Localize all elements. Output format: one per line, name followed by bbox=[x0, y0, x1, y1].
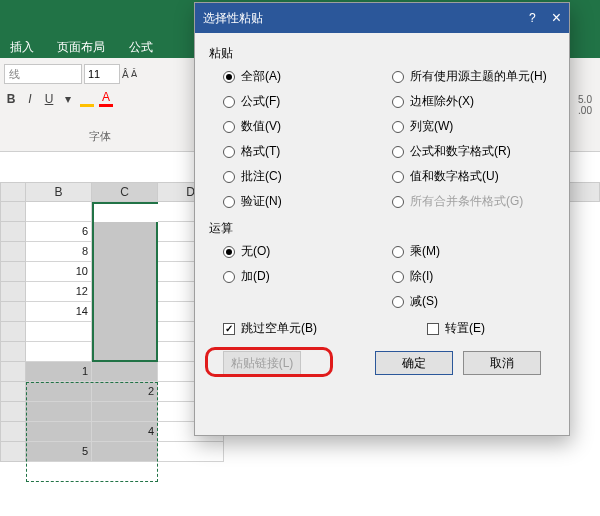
font-color-button[interactable]: A bbox=[99, 90, 113, 107]
paste-opt-value[interactable]: 数值(V) bbox=[223, 118, 386, 135]
cell[interactable] bbox=[92, 202, 158, 222]
cell[interactable]: 8 bbox=[26, 242, 92, 262]
cell[interactable] bbox=[26, 322, 92, 342]
select-all-corner[interactable] bbox=[0, 182, 26, 202]
cell[interactable]: 4 bbox=[92, 422, 158, 442]
paste-opt-val_fmt[interactable]: 值和数字格式(U) bbox=[392, 168, 555, 185]
radio-icon bbox=[392, 196, 404, 208]
row-header[interactable] bbox=[0, 342, 26, 362]
skip-blanks-checkbox[interactable] bbox=[223, 323, 235, 335]
italic-button[interactable]: I bbox=[23, 92, 37, 106]
cell[interactable]: 10 bbox=[26, 262, 92, 282]
transpose-label: 转置(E) bbox=[445, 320, 485, 337]
cancel-button[interactable]: 取消 bbox=[463, 351, 541, 375]
cell[interactable]: 6 bbox=[26, 222, 92, 242]
cell[interactable]: 12 bbox=[26, 282, 92, 302]
border-button[interactable]: ▾ bbox=[61, 92, 75, 106]
op-opt-none[interactable]: 无(O) bbox=[223, 243, 386, 260]
section-paste-label: 粘贴 bbox=[209, 45, 555, 62]
paste-opt-all[interactable]: 全部(A) bbox=[223, 68, 386, 85]
cell[interactable] bbox=[158, 442, 224, 462]
increase-font-icon[interactable]: Â bbox=[122, 69, 129, 80]
close-icon[interactable]: × bbox=[552, 9, 561, 27]
ok-button[interactable]: 确定 bbox=[375, 351, 453, 375]
op-opt-mul[interactable]: 乘(M) bbox=[392, 243, 555, 260]
section-op-label: 运算 bbox=[209, 220, 555, 237]
cell[interactable] bbox=[92, 402, 158, 422]
radio-icon bbox=[392, 296, 404, 308]
font-size-input[interactable] bbox=[84, 64, 120, 84]
cell[interactable]: 14 bbox=[26, 302, 92, 322]
font-name-input[interactable] bbox=[4, 64, 82, 84]
radio-icon bbox=[392, 96, 404, 108]
cell[interactable]: 2 bbox=[92, 262, 158, 282]
row-header[interactable] bbox=[0, 402, 26, 422]
col-header-c[interactable]: C bbox=[92, 182, 158, 202]
dialog-titlebar[interactable]: 选择性粘贴 ? × bbox=[195, 3, 569, 33]
bold-button[interactable]: B bbox=[4, 92, 18, 106]
row-header[interactable] bbox=[0, 202, 26, 222]
radio-icon bbox=[392, 171, 404, 183]
row-header[interactable] bbox=[0, 442, 26, 462]
row-header[interactable] bbox=[0, 222, 26, 242]
cell[interactable] bbox=[26, 202, 92, 222]
row-header[interactable] bbox=[0, 362, 26, 382]
tab-page-layout[interactable]: 页面布局 bbox=[47, 36, 115, 58]
underline-button[interactable]: U bbox=[42, 92, 56, 106]
help-icon[interactable]: ? bbox=[529, 11, 536, 25]
col-header-b[interactable]: B bbox=[26, 182, 92, 202]
paste-special-dialog: 选择性粘贴 ? × 粘贴 全部(A)所有使用源主题的单元(H)公式(F)边框除外… bbox=[194, 2, 570, 436]
cell[interactable] bbox=[26, 382, 92, 402]
radio-icon bbox=[223, 171, 235, 183]
dialog-title: 选择性粘贴 bbox=[203, 10, 263, 27]
row-header[interactable] bbox=[0, 302, 26, 322]
paste-opt-format_t[interactable]: 格式(T) bbox=[223, 143, 386, 160]
cell[interactable] bbox=[92, 362, 158, 382]
radio-icon bbox=[392, 271, 404, 283]
decrease-font-icon[interactable]: Ǎ bbox=[131, 69, 137, 79]
tab-formula[interactable]: 公式 bbox=[119, 36, 163, 58]
op-opt-div[interactable]: 除(I) bbox=[392, 268, 555, 285]
transpose-checkbox[interactable] bbox=[427, 323, 439, 335]
cell[interactable] bbox=[26, 422, 92, 442]
radio-icon bbox=[392, 71, 404, 83]
radio-icon bbox=[223, 96, 235, 108]
row-header[interactable] bbox=[0, 422, 26, 442]
cell[interactable] bbox=[26, 342, 92, 362]
radio-icon bbox=[223, 246, 235, 258]
paste-opt-col_width[interactable]: 列宽(W) bbox=[392, 118, 555, 135]
paste-opt-fmla_fmt[interactable]: 公式和数字格式(R) bbox=[392, 143, 555, 160]
ribbon-right-stub: 5.0 .00 bbox=[570, 58, 600, 152]
radio-icon bbox=[223, 271, 235, 283]
cell[interactable] bbox=[92, 242, 158, 262]
paste-opt-no_border[interactable]: 边框除外(X) bbox=[392, 93, 555, 110]
cell[interactable] bbox=[92, 302, 158, 322]
row-header[interactable] bbox=[0, 322, 26, 342]
cell[interactable] bbox=[92, 282, 158, 302]
op-opt-add[interactable]: 加(D) bbox=[223, 268, 386, 285]
cell[interactable] bbox=[26, 402, 92, 422]
row-header[interactable] bbox=[0, 282, 26, 302]
paste-opt-src_theme[interactable]: 所有使用源主题的单元(H) bbox=[392, 68, 555, 85]
cell[interactable] bbox=[92, 442, 158, 462]
cell[interactable]: 2 bbox=[92, 382, 158, 402]
radio-icon bbox=[223, 121, 235, 133]
op-opt-sub[interactable]: 减(S) bbox=[392, 293, 555, 310]
cell[interactable] bbox=[92, 322, 158, 342]
cell[interactable]: 5 bbox=[26, 442, 92, 462]
fill-color-button[interactable] bbox=[80, 90, 94, 107]
skip-blanks-label: 跳过空单元(B) bbox=[241, 320, 317, 337]
paste-opt-merge_cond: 所有合并条件格式(G) bbox=[392, 193, 555, 210]
cell[interactable] bbox=[92, 342, 158, 362]
row-header[interactable] bbox=[0, 242, 26, 262]
radio-icon bbox=[392, 246, 404, 258]
paste-opt-validate[interactable]: 验证(N) bbox=[223, 193, 386, 210]
paste-opt-comment[interactable]: 批注(C) bbox=[223, 168, 386, 185]
row-header[interactable] bbox=[0, 382, 26, 402]
cell[interactable]: 1 bbox=[26, 362, 92, 382]
tab-insert[interactable]: 插入 bbox=[0, 36, 44, 58]
radio-icon bbox=[223, 71, 235, 83]
row-header[interactable] bbox=[0, 262, 26, 282]
paste-opt-formula[interactable]: 公式(F) bbox=[223, 93, 386, 110]
cell[interactable] bbox=[92, 222, 158, 242]
